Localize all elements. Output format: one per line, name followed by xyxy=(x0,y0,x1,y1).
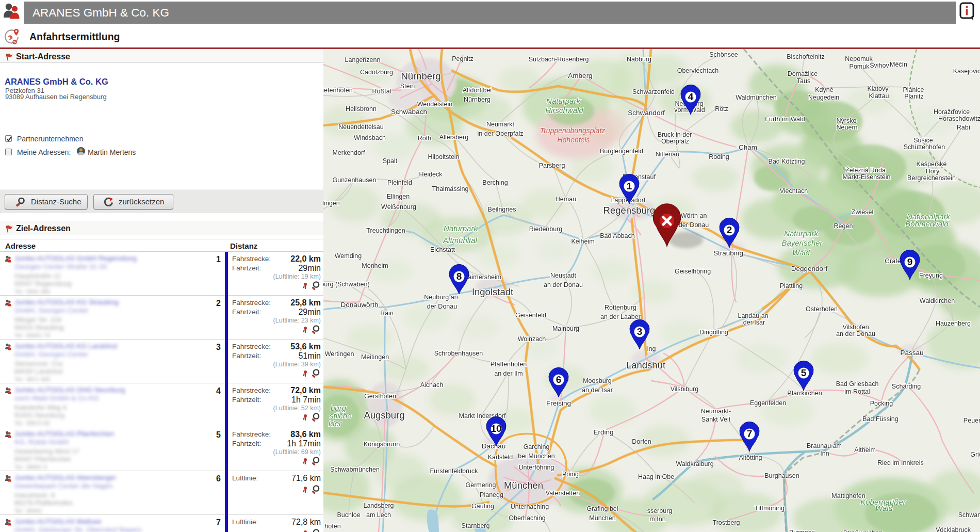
svg-text:München: München xyxy=(504,480,543,491)
svg-text:im Rottal: im Rottal xyxy=(844,388,870,395)
svg-text:der Donau: der Donau xyxy=(427,303,457,310)
svg-text:Heideck: Heideck xyxy=(419,171,443,178)
svg-text:Königsbrunn: Königsbrunn xyxy=(364,441,400,448)
svg-text:Vilsbiburg: Vilsbiburg xyxy=(671,385,699,393)
svg-text:Deggendorf: Deggendorf xyxy=(791,265,828,272)
svg-text:Zwiesel: Zwiesel xyxy=(852,208,873,216)
svg-text:Dingolfing: Dingolfing xyxy=(699,329,728,336)
svg-text:Kašperské: Kašperské xyxy=(916,160,946,168)
svg-text:Schwabmünchen: Schwabmünchen xyxy=(330,466,380,473)
svg-text:Riedenburg: Riedenburg xyxy=(529,225,563,233)
svg-text:Sulzbach-Rosenberg: Sulzbach-Rosenberg xyxy=(529,56,589,63)
svg-text:Bischofteinitz: Bischofteinitz xyxy=(787,53,825,60)
svg-text:Bad Füssing: Bad Füssing xyxy=(862,415,899,423)
svg-text:Weißenburg: Weißenburg xyxy=(381,203,416,211)
svg-text:Nürnberg: Nürnberg xyxy=(464,96,491,103)
svg-text:Kdyně: Kdyně xyxy=(815,86,833,93)
svg-text:Kelheim: Kelheim xyxy=(571,238,594,245)
svg-text:Altheim: Altheim xyxy=(854,446,876,454)
svg-text:Bayerischer: Bayerischer xyxy=(781,238,823,247)
svg-text:Hory: Hory xyxy=(926,168,940,175)
svg-text:Rottenburg: Rottenburg xyxy=(605,304,636,311)
svg-text:Neuendettelsau: Neuendettelsau xyxy=(338,123,384,131)
svg-text:Nýrsko: Nýrsko xyxy=(837,117,857,124)
svg-text:Pomuk: Pomuk xyxy=(850,63,870,70)
svg-text:Garching: Garching xyxy=(524,443,550,450)
svg-text:Unterföhring: Unterföhring xyxy=(519,464,554,471)
svg-text:bei München: bei München xyxy=(518,453,555,460)
svg-text:Haag in Obe: Haag in Obe xyxy=(638,473,674,480)
svg-text:Moosburg: Moosburg xyxy=(583,377,612,384)
svg-text:Landsberg: Landsberg xyxy=(363,502,394,509)
svg-text:Rötz: Rötz xyxy=(715,105,728,112)
svg-text:am Lech: am Lech xyxy=(366,511,391,519)
svg-text:Straubing: Straubing xyxy=(713,249,743,257)
svg-text:Aichach: Aichach xyxy=(420,381,444,389)
svg-text:3: 3 xyxy=(637,326,643,337)
svg-text:2: 2 xyxy=(727,224,732,235)
svg-text:Wertingen: Wertingen xyxy=(325,350,354,358)
svg-text:Hilpoltstein: Hilpoltstein xyxy=(428,153,459,160)
svg-text:Ried im Innkreis: Ried im Innkreis xyxy=(877,459,924,466)
svg-text:Klatovy: Klatovy xyxy=(868,85,889,92)
svg-text:Wald: Wald xyxy=(792,248,810,257)
svg-text:Rain: Rain xyxy=(380,310,394,317)
svg-text:Grafing bei: Grafing bei xyxy=(586,505,618,512)
svg-text:Furth im Wald: Furth im Wald xyxy=(765,116,805,123)
svg-text:Dachau: Dachau xyxy=(482,442,506,450)
svg-text:Allersberg: Allersberg xyxy=(439,134,468,141)
svg-text:Böhmerwald: Böhmerwald xyxy=(905,219,949,228)
svg-text:Schwarzenfeld: Schwarzenfeld xyxy=(632,88,675,95)
svg-text:Peuerb: Peuerb xyxy=(963,417,980,424)
svg-text:Straßwalchen: Straßwalchen xyxy=(843,529,883,532)
svg-text:Taus: Taus xyxy=(797,77,810,85)
svg-text:Thalmässing: Thalmässing xyxy=(432,185,469,192)
svg-text:Augsburg: Augsburg xyxy=(364,410,404,421)
svg-text:Beilngries: Beilngries xyxy=(488,206,516,213)
svg-text:Bad Kötzting: Bad Kötzting xyxy=(769,158,805,165)
svg-text:Ingolstadt: Ingolstadt xyxy=(472,286,513,297)
svg-text:8: 8 xyxy=(456,271,462,282)
svg-text:Wald: Wald xyxy=(875,504,893,512)
svg-text:Bad Griesbach: Bad Griesbach xyxy=(836,380,879,388)
svg-text:Nürnberg: Nürnberg xyxy=(401,71,440,82)
svg-text:Neugedein: Neugedein xyxy=(808,94,840,101)
svg-text:Poing: Poing xyxy=(562,471,579,478)
svg-text:5: 5 xyxy=(801,367,807,378)
svg-text:Braunau am: Braunau am xyxy=(807,442,842,449)
svg-text:Sušice: Sušice xyxy=(913,137,933,144)
svg-text:Amberg: Amberg xyxy=(568,72,592,79)
svg-text:der Donau: der Donau xyxy=(679,221,709,229)
svg-text:Naturpark: Naturpark xyxy=(784,229,819,238)
svg-text:Eichstätt: Eichstätt xyxy=(430,246,455,253)
svg-text:Planegg: Planegg xyxy=(480,491,503,498)
svg-text:Heilsbronn: Heilsbronn xyxy=(346,105,377,112)
svg-text:Grie: Grie xyxy=(970,451,980,458)
svg-text:Plánice: Plánice xyxy=(903,86,924,93)
svg-text:Berching: Berching xyxy=(482,179,508,186)
svg-text:Hemau: Hemau xyxy=(556,196,576,203)
svg-text:der Isar: der Isar xyxy=(743,319,765,326)
svg-text:Neuburg an: Neuburg an xyxy=(424,294,458,301)
svg-text:Roding: Roding xyxy=(709,153,729,160)
svg-text:Wolnzach: Wolnzach xyxy=(518,335,546,343)
svg-text:Truppenubungsplatz: Truppenubungsplatz xyxy=(540,126,606,135)
svg-text:Wemding: Wemding xyxy=(335,252,362,260)
svg-text:Landshut: Landshut xyxy=(626,360,665,370)
svg-text:dingen: dingen xyxy=(323,200,340,207)
svg-text:lder: lder xyxy=(329,419,342,428)
svg-text:Horažďovice: Horažďovice xyxy=(934,108,970,116)
svg-text:Pegnitz: Pegnitz xyxy=(452,55,473,62)
svg-text:Domažlice: Domažlice xyxy=(788,70,818,77)
svg-text:Schwandorf: Schwandorf xyxy=(628,109,665,117)
svg-text:Parsberg: Parsberg xyxy=(539,162,565,169)
svg-text:Merkendorf: Merkendorf xyxy=(332,149,365,156)
svg-text:Schrobenhausen: Schrobenhausen xyxy=(434,350,483,357)
svg-text:Schärding: Schärding xyxy=(892,383,921,390)
svg-text:Schüttenhofen: Schüttenhofen xyxy=(904,143,945,151)
svg-text:Waldmünchen: Waldmünchen xyxy=(736,94,776,101)
svg-text:Ellingen: Ellingen xyxy=(387,193,410,200)
svg-text:Eggenfelden: Eggenfelden xyxy=(750,399,786,407)
svg-text:1: 1 xyxy=(627,181,632,191)
svg-text:Neumarkt: Neumarkt xyxy=(486,121,515,128)
